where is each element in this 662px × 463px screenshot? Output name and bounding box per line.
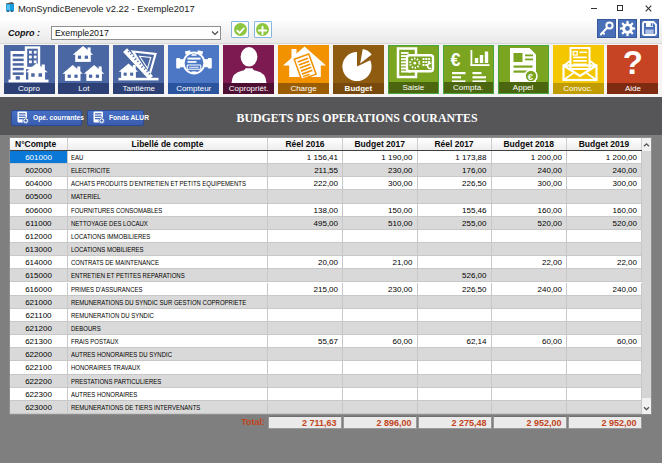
svg-text:€: € — [528, 71, 534, 82]
svg-text:€: € — [451, 50, 461, 70]
